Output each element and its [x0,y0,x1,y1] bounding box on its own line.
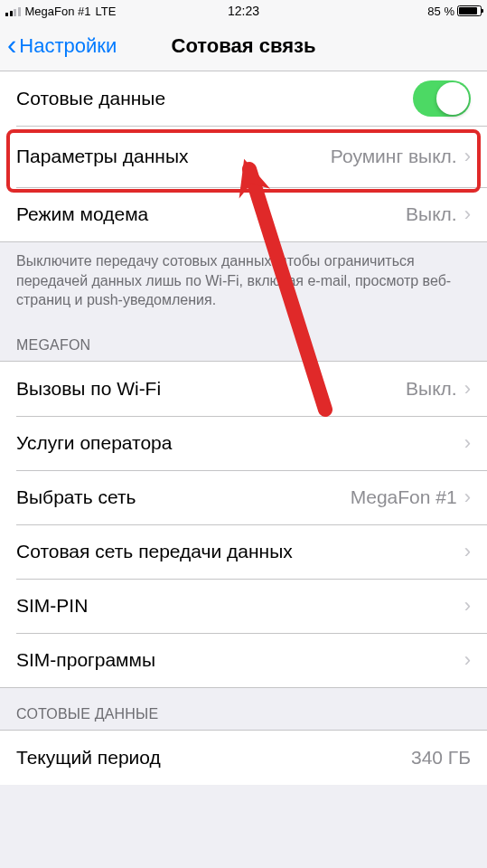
cellular-data-network-label: Сотовая сеть передачи данных [16,541,293,562]
row-carrier-services[interactable]: Услуги оператора › [0,416,487,470]
section-cellular: Сотовые данные Параметры данных Роуминг … [0,71,487,242]
chevron-right-icon: › [464,203,471,226]
battery-icon [457,5,482,16]
back-label: Настройки [19,34,117,58]
network-type: LTE [96,5,117,18]
back-button[interactable]: ‹ Настройки [7,33,117,59]
nav-bar: ‹ Настройки Сотовая связь [0,22,487,71]
section-carrier: Вызовы по Wi-Fi Выкл. › Услуги оператора… [0,361,487,688]
row-wifi-calling[interactable]: Вызовы по Wi-Fi Выкл. › [0,362,487,416]
row-sim-pin[interactable]: SIM-PIN › [0,579,487,633]
row-current-period: Текущий период 340 ГБ [0,731,487,785]
section-header-carrier: MEGAFON [0,319,487,361]
row-cellular-data-network[interactable]: Сотовая сеть передачи данных › [0,524,487,579]
sim-apps-label: SIM-программы [16,649,155,671]
row-sim-applications[interactable]: SIM-программы › [0,633,487,687]
row-data-options[interactable]: Параметры данных Роуминг выкл. › [0,126,487,187]
network-select-label: Выбрать сеть [16,486,136,508]
chevron-right-icon: › [464,145,471,168]
row-cellular-data[interactable]: Сотовые данные [0,71,487,126]
hotspot-value: Выкл. [406,203,457,225]
current-period-value: 340 ГБ [411,747,471,769]
section-usage: Текущий период 340 ГБ [0,730,487,785]
current-period-label: Текущий период [16,747,161,769]
chevron-right-icon: › [464,486,471,509]
chevron-right-icon: › [464,648,471,672]
chevron-right-icon: › [464,540,471,563]
carrier-name: MegaFon #1 [25,5,91,18]
sim-pin-label: SIM-PIN [16,595,88,617]
cellular-data-toggle[interactable] [413,80,471,117]
data-options-value: Роуминг выкл. [331,146,457,167]
chevron-right-icon: › [464,594,471,618]
carrier-services-label: Услуги оператора [16,432,172,454]
wifi-calling-value: Выкл. [406,378,457,400]
status-bar: MegaFon #1 LTE 12:23 85 % [0,0,487,22]
page-title: Сотовая связь [172,34,316,58]
section-description: Выключите передачу сотовых данных, чтобы… [0,242,487,319]
signal-bars-icon [5,5,21,16]
chevron-left-icon: ‹ [7,31,16,59]
section-header-usage: СОТОВЫЕ ДАННЫЕ [0,688,487,730]
hotspot-label: Режим модема [16,203,148,225]
status-right: 85 % [427,5,482,18]
row-personal-hotspot[interactable]: Режим модема Выкл. › [0,187,487,241]
status-left: MegaFon #1 LTE [5,5,116,18]
cellular-data-label: Сотовые данные [16,88,165,109]
battery-percentage: 85 % [427,5,454,18]
status-time: 12:23 [228,4,259,18]
network-select-value: MegaFon #1 [351,486,457,508]
chevron-right-icon: › [464,431,471,455]
row-network-selection[interactable]: Выбрать сеть MegaFon #1 › [0,470,487,524]
chevron-right-icon: › [464,377,471,401]
data-options-label: Параметры данных [16,146,189,167]
wifi-calling-label: Вызовы по Wi-Fi [16,378,161,400]
